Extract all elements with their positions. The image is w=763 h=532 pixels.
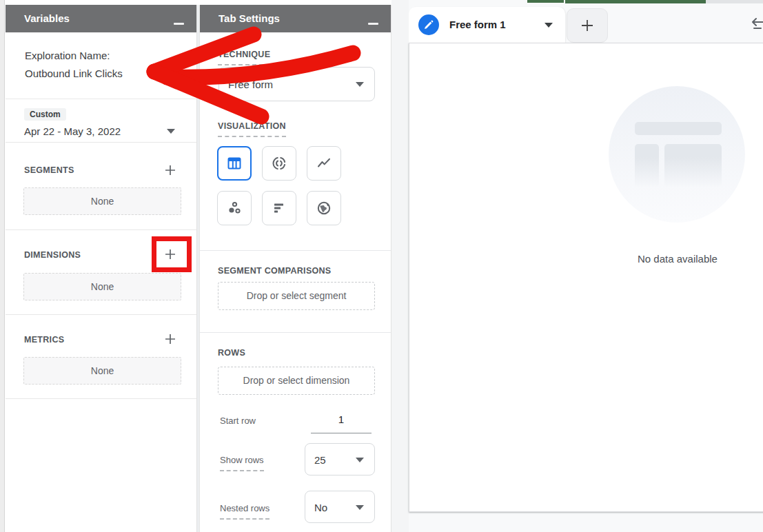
placeholder-left-block bbox=[635, 144, 659, 187]
collapse-panel-icon[interactable] bbox=[750, 15, 763, 32]
plus-icon bbox=[580, 18, 595, 33]
annotation-red-box bbox=[152, 236, 192, 272]
show-rows-value: 25 bbox=[314, 453, 326, 465]
donut-chart-icon bbox=[271, 155, 287, 172]
dimensions-label: DIMENSIONS bbox=[24, 250, 81, 260]
viz-donut-chart-button[interactable] bbox=[262, 146, 296, 181]
bar-chart-icon bbox=[271, 200, 287, 216]
exploration-name-value[interactable]: Outbound Link Clicks bbox=[25, 65, 123, 83]
divider bbox=[200, 332, 391, 333]
progress-bar-segment bbox=[565, 0, 706, 3]
nested-rows-label: Nested rows bbox=[220, 503, 269, 520]
variables-panel-title: Variables bbox=[24, 12, 70, 24]
progress-bar-segment bbox=[527, 0, 564, 3]
divider bbox=[6, 398, 196, 399]
chevron-down-icon bbox=[356, 458, 364, 462]
viz-line-chart-button[interactable] bbox=[307, 146, 341, 181]
show-rows-select[interactable]: 25 bbox=[305, 443, 375, 475]
progress-bar-track bbox=[706, 0, 763, 3]
table-icon bbox=[226, 155, 243, 172]
date-range-value[interactable]: Apr 22 - May 3, 2022 bbox=[24, 125, 121, 137]
placeholder-header-bar bbox=[635, 122, 722, 135]
tab-settings-header: Tab Settings bbox=[200, 5, 391, 32]
variables-panel-header: Variables bbox=[6, 5, 196, 32]
metrics-label: METRICS bbox=[24, 335, 64, 345]
viz-scatter-plot-button[interactable] bbox=[217, 191, 252, 225]
segment-comparisons-drop-zone[interactable]: Drop or select segment bbox=[218, 282, 375, 310]
panel-gutter bbox=[391, 0, 409, 532]
empty-state-text: No data available bbox=[574, 253, 763, 265]
viz-table-button[interactable] bbox=[217, 146, 252, 181]
rows-label: ROWS bbox=[218, 348, 245, 358]
canvas-area: Free form 1 No data available bbox=[409, 0, 763, 532]
metrics-none-box[interactable]: None bbox=[23, 357, 181, 385]
line-chart-icon bbox=[316, 155, 332, 172]
segments-label: SEGMENTS bbox=[24, 165, 74, 175]
start-row-input[interactable]: 1 bbox=[311, 413, 372, 425]
viz-geo-map-button[interactable] bbox=[307, 191, 341, 225]
technique-value: Free form bbox=[228, 79, 273, 90]
rows-drop-zone[interactable]: Drop or select dimension bbox=[218, 367, 375, 395]
dimensions-none-box[interactable]: None bbox=[23, 273, 181, 300]
add-metric-button[interactable] bbox=[164, 333, 176, 345]
minimize-icon[interactable] bbox=[174, 23, 184, 25]
chevron-down-icon bbox=[356, 505, 364, 510]
freeform-tab[interactable]: Free form 1 bbox=[409, 7, 565, 43]
visualization-label: VISUALIZATION bbox=[218, 121, 286, 137]
divider bbox=[6, 142, 196, 143]
chevron-down-icon bbox=[356, 82, 364, 87]
add-segment-button[interactable] bbox=[164, 164, 176, 176]
show-rows-label: Show rows bbox=[220, 455, 264, 471]
tab-settings-panel: Tab Settings TECHNIQUE Free form VISUALI… bbox=[199, 5, 391, 532]
nested-rows-select[interactable]: No bbox=[305, 491, 375, 523]
date-range-badge: Custom bbox=[24, 108, 66, 121]
empty-state-illustration bbox=[609, 86, 745, 223]
exploration-name-label: Exploration Name: bbox=[25, 47, 123, 65]
geo-map-icon bbox=[316, 200, 332, 216]
tab-menu-caret-icon[interactable] bbox=[545, 23, 553, 28]
window-edge bbox=[0, 0, 5, 532]
placeholder-right-block bbox=[664, 144, 722, 187]
tab-label: Free form 1 bbox=[449, 19, 506, 30]
divider bbox=[6, 99, 196, 99]
pencil-icon bbox=[424, 20, 434, 30]
divider bbox=[200, 250, 391, 251]
segments-none-box[interactable]: None bbox=[23, 187, 181, 215]
divider bbox=[6, 314, 196, 315]
start-row-underline bbox=[311, 433, 372, 433]
scatter-plot-icon bbox=[226, 200, 243, 216]
date-range-caret-icon[interactable] bbox=[167, 129, 175, 134]
divider bbox=[6, 229, 196, 230]
report-canvas-card: No data available bbox=[409, 43, 763, 512]
tab-settings-title: Tab Settings bbox=[218, 12, 280, 24]
technique-label: TECHNIQUE bbox=[218, 50, 270, 65]
segment-comparisons-label: SEGMENT COMPARISONS bbox=[218, 266, 332, 276]
nested-rows-value: No bbox=[314, 501, 327, 513]
add-tab-button[interactable] bbox=[567, 8, 608, 43]
minimize-icon[interactable] bbox=[368, 23, 378, 25]
viz-bar-chart-button[interactable] bbox=[262, 191, 296, 225]
start-row-label: Start row bbox=[220, 416, 256, 426]
edit-tab-badge[interactable] bbox=[418, 14, 439, 35]
technique-select[interactable]: Free form bbox=[218, 67, 375, 101]
